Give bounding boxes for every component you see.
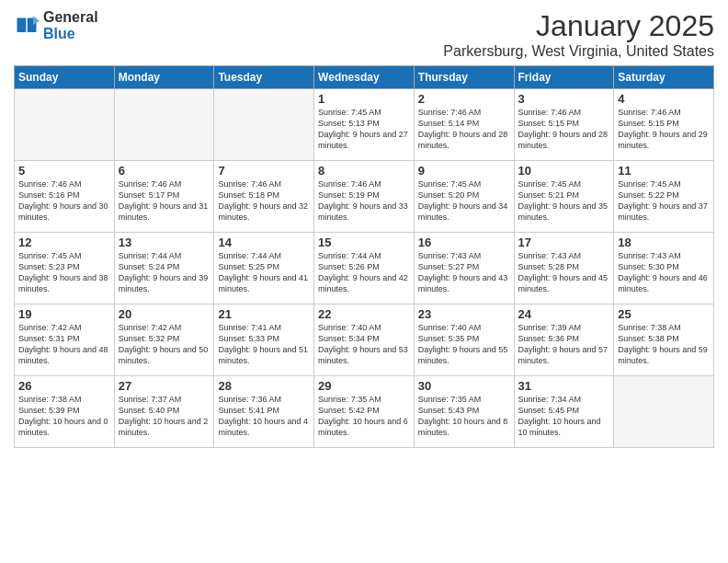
calendar-cell: 9Sunrise: 7:45 AM Sunset: 5:20 PM Daylig… <box>414 161 514 233</box>
calendar-cell: 12Sunrise: 7:45 AM Sunset: 5:23 PM Dayli… <box>15 233 115 304</box>
day-number: 25 <box>618 307 710 321</box>
day-number: 24 <box>518 307 610 321</box>
calendar-cell: 22Sunrise: 7:40 AM Sunset: 5:34 PM Dayli… <box>314 304 415 376</box>
weekday-header-thursday: Thursday <box>414 66 514 89</box>
day-number: 5 <box>18 164 110 178</box>
day-info: Sunrise: 7:41 AM Sunset: 5:33 PM Dayligh… <box>218 322 310 367</box>
day-number: 22 <box>318 307 410 321</box>
day-info: Sunrise: 7:46 AM Sunset: 5:17 PM Dayligh… <box>119 178 210 224</box>
logo-text: General Blue <box>43 9 98 42</box>
week-row-3: 12Sunrise: 7:45 AM Sunset: 5:23 PM Dayli… <box>15 233 714 304</box>
calendar-cell: 8Sunrise: 7:46 AM Sunset: 5:19 PM Daylig… <box>314 161 415 233</box>
logo-icon <box>14 13 40 39</box>
day-number: 10 <box>518 164 610 178</box>
page-container: General Blue January 2025 Parkersburg, W… <box>0 0 728 453</box>
day-number: 6 <box>119 164 210 178</box>
day-info: Sunrise: 7:39 AM Sunset: 5:36 PM Dayligh… <box>518 322 610 367</box>
day-info: Sunrise: 7:43 AM Sunset: 5:30 PM Dayligh… <box>618 250 710 295</box>
weekday-header-monday: Monday <box>114 66 214 89</box>
calendar-cell: 23Sunrise: 7:40 AM Sunset: 5:35 PM Dayli… <box>414 304 514 376</box>
day-info: Sunrise: 7:38 AM Sunset: 5:38 PM Dayligh… <box>618 322 710 367</box>
day-info: Sunrise: 7:42 AM Sunset: 5:32 PM Dayligh… <box>119 322 210 367</box>
calendar-cell: 29Sunrise: 7:35 AM Sunset: 5:42 PM Dayli… <box>314 376 415 448</box>
calendar-cell: 26Sunrise: 7:38 AM Sunset: 5:39 PM Dayli… <box>15 376 115 448</box>
calendar-cell: 5Sunrise: 7:46 AM Sunset: 5:16 PM Daylig… <box>15 161 115 233</box>
day-info: Sunrise: 7:46 AM Sunset: 5:19 PM Dayligh… <box>318 178 410 224</box>
calendar-cell <box>614 376 714 448</box>
day-number: 12 <box>18 236 110 249</box>
day-info: Sunrise: 7:42 AM Sunset: 5:31 PM Dayligh… <box>18 322 110 367</box>
calendar-cell: 14Sunrise: 7:44 AM Sunset: 5:25 PM Dayli… <box>214 233 314 304</box>
week-row-1: 1Sunrise: 7:45 AM Sunset: 5:13 PM Daylig… <box>15 89 714 161</box>
calendar-cell: 7Sunrise: 7:46 AM Sunset: 5:18 PM Daylig… <box>214 161 314 233</box>
calendar-cell: 27Sunrise: 7:37 AM Sunset: 5:40 PM Dayli… <box>114 376 214 448</box>
day-number: 14 <box>218 236 310 249</box>
day-number: 2 <box>418 92 510 106</box>
week-row-4: 19Sunrise: 7:42 AM Sunset: 5:31 PM Dayli… <box>15 304 714 376</box>
month-title: January 2025 <box>443 9 714 43</box>
day-number: 28 <box>218 379 310 393</box>
title-area: January 2025 Parkersburg, West Virginia,… <box>443 9 714 60</box>
day-number: 11 <box>618 164 710 178</box>
calendar-table: SundayMondayTuesdayWednesdayThursdayFrid… <box>14 65 714 448</box>
day-info: Sunrise: 7:44 AM Sunset: 5:26 PM Dayligh… <box>318 250 410 295</box>
day-number: 4 <box>618 92 710 106</box>
calendar-cell: 1Sunrise: 7:45 AM Sunset: 5:13 PM Daylig… <box>314 89 415 161</box>
day-number: 3 <box>518 92 610 106</box>
day-info: Sunrise: 7:35 AM Sunset: 5:43 PM Dayligh… <box>418 394 510 439</box>
weekday-header-tuesday: Tuesday <box>214 66 314 89</box>
day-info: Sunrise: 7:46 AM Sunset: 5:14 PM Dayligh… <box>418 107 510 152</box>
day-number: 23 <box>418 307 510 321</box>
calendar-cell: 31Sunrise: 7:34 AM Sunset: 5:45 PM Dayli… <box>514 376 614 448</box>
calendar-cell: 19Sunrise: 7:42 AM Sunset: 5:31 PM Dayli… <box>15 304 115 376</box>
day-info: Sunrise: 7:38 AM Sunset: 5:39 PM Dayligh… <box>18 394 110 439</box>
day-number: 9 <box>418 164 510 178</box>
calendar-cell: 15Sunrise: 7:44 AM Sunset: 5:26 PM Dayli… <box>314 233 415 304</box>
day-number: 30 <box>418 379 510 393</box>
day-info: Sunrise: 7:45 AM Sunset: 5:23 PM Dayligh… <box>18 250 110 295</box>
logo-general: General <box>43 9 98 25</box>
day-info: Sunrise: 7:46 AM Sunset: 5:15 PM Dayligh… <box>618 107 710 152</box>
day-info: Sunrise: 7:45 AM Sunset: 5:20 PM Dayligh… <box>418 178 510 224</box>
day-number: 7 <box>218 164 310 178</box>
day-number: 8 <box>318 164 410 178</box>
day-info: Sunrise: 7:37 AM Sunset: 5:40 PM Dayligh… <box>119 394 210 439</box>
day-number: 29 <box>318 379 410 393</box>
calendar-cell: 30Sunrise: 7:35 AM Sunset: 5:43 PM Dayli… <box>414 376 514 448</box>
calendar-cell: 17Sunrise: 7:43 AM Sunset: 5:28 PM Dayli… <box>514 233 614 304</box>
day-number: 15 <box>318 236 410 249</box>
day-info: Sunrise: 7:35 AM Sunset: 5:42 PM Dayligh… <box>318 394 410 439</box>
day-info: Sunrise: 7:36 AM Sunset: 5:41 PM Dayligh… <box>218 394 310 439</box>
logo-blue: Blue <box>43 26 75 41</box>
calendar-cell: 4Sunrise: 7:46 AM Sunset: 5:15 PM Daylig… <box>614 89 714 161</box>
day-info: Sunrise: 7:44 AM Sunset: 5:25 PM Dayligh… <box>218 250 310 295</box>
day-info: Sunrise: 7:46 AM Sunset: 5:16 PM Dayligh… <box>18 178 110 224</box>
day-info: Sunrise: 7:45 AM Sunset: 5:13 PM Dayligh… <box>318 107 410 152</box>
day-number: 16 <box>418 236 510 249</box>
day-info: Sunrise: 7:40 AM Sunset: 5:35 PM Dayligh… <box>418 322 510 367</box>
calendar-cell: 24Sunrise: 7:39 AM Sunset: 5:36 PM Dayli… <box>514 304 614 376</box>
day-number: 1 <box>318 92 410 106</box>
weekday-header-friday: Friday <box>514 66 614 89</box>
location-title: Parkersburg, West Virginia, United State… <box>443 43 714 60</box>
week-row-2: 5Sunrise: 7:46 AM Sunset: 5:16 PM Daylig… <box>15 161 714 233</box>
calendar-cell: 20Sunrise: 7:42 AM Sunset: 5:32 PM Dayli… <box>114 304 214 376</box>
svg-rect-1 <box>17 18 27 32</box>
logo: General Blue <box>14 9 98 42</box>
day-number: 26 <box>18 379 110 393</box>
calendar-cell: 10Sunrise: 7:45 AM Sunset: 5:21 PM Dayli… <box>514 161 614 233</box>
calendar-cell: 11Sunrise: 7:45 AM Sunset: 5:22 PM Dayli… <box>614 161 714 233</box>
weekday-header-sunday: Sunday <box>15 66 115 89</box>
day-info: Sunrise: 7:34 AM Sunset: 5:45 PM Dayligh… <box>518 394 610 439</box>
weekday-header-row: SundayMondayTuesdayWednesdayThursdayFrid… <box>15 66 714 89</box>
day-number: 20 <box>119 307 210 321</box>
calendar-cell: 3Sunrise: 7:46 AM Sunset: 5:15 PM Daylig… <box>514 89 614 161</box>
calendar-cell: 16Sunrise: 7:43 AM Sunset: 5:27 PM Dayli… <box>414 233 514 304</box>
weekday-header-wednesday: Wednesday <box>314 66 415 89</box>
calendar-cell <box>114 89 214 161</box>
calendar-cell: 21Sunrise: 7:41 AM Sunset: 5:33 PM Dayli… <box>214 304 314 376</box>
calendar-cell: 18Sunrise: 7:43 AM Sunset: 5:30 PM Dayli… <box>614 233 714 304</box>
day-number: 18 <box>618 236 710 249</box>
day-number: 31 <box>518 379 610 393</box>
day-number: 27 <box>119 379 210 393</box>
